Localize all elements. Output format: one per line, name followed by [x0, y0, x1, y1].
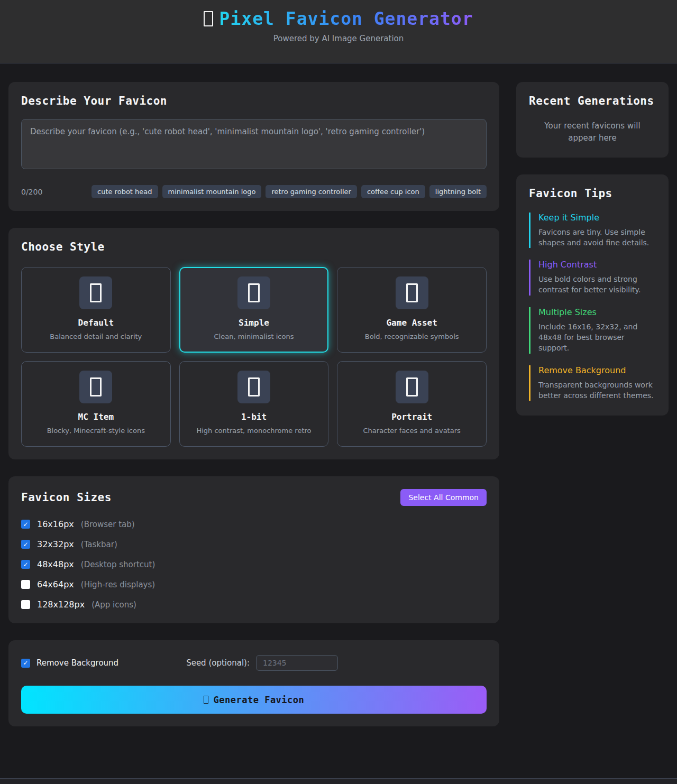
suggestion-chip[interactable]: coffee cup icon — [361, 185, 425, 198]
remove-background-label: Remove Background — [36, 658, 118, 668]
page-content: Describe Your Favicon 0/200 cute robot h… — [8, 63, 669, 743]
tip-title: Keep it Simple — [538, 213, 656, 223]
style-emoji-icon — [248, 377, 260, 397]
select-all-common-button[interactable]: Select All Common — [400, 489, 487, 506]
site-footer: Generated using AI • Made with ♥ for pix… — [0, 778, 677, 784]
size-description: (Browser tab) — [81, 520, 135, 529]
style-emoji-icon — [90, 283, 102, 303]
favicon-description-input[interactable] — [21, 119, 487, 169]
size-row-64x64[interactable]: 64x64px (High-res displays) — [21, 579, 487, 589]
size-label: 32x32px — [37, 539, 74, 549]
char-counter: 0/200 — [21, 188, 42, 196]
tip-remove-background: Remove Background Transparent background… — [529, 365, 656, 401]
lightning-emoji-icon — [204, 696, 208, 704]
style-icon-box — [79, 276, 112, 309]
size-list: 16x16px (Browser tab) 32x32px (Taskbar) … — [21, 519, 487, 610]
page-subtitle: Powered by AI Image Generation — [0, 34, 677, 43]
checkbox-128x128[interactable] — [21, 600, 30, 609]
suggestion-chip[interactable]: lightning bolt — [429, 185, 487, 198]
checkbox-16x16[interactable] — [21, 520, 30, 529]
favicon-tips-heading: Favicon Tips — [529, 187, 656, 200]
page-title-text: Pixel Favicon Generator — [219, 8, 473, 29]
checkbox-32x32[interactable] — [21, 540, 30, 549]
tip-keep-it-simple: Keep it Simple Favicons are tiny. Use si… — [529, 213, 656, 248]
favicon-tips-card: Favicon Tips Keep it Simple Favicons are… — [516, 174, 669, 416]
sizes-header-row: Favicon Sizes Select All Common — [21, 489, 487, 506]
style-description: Balanced detail and clarity — [28, 333, 164, 340]
tip-high-contrast: High Contrast Use bold colors and strong… — [529, 260, 656, 296]
style-name: Default — [28, 318, 164, 328]
size-description: (App icons) — [92, 600, 136, 610]
size-description: (Taskbar) — [81, 540, 117, 549]
style-description: Bold, recognizable symbols — [344, 333, 480, 340]
style-card-simple[interactable]: Simple Clean, minimalist icons — [179, 267, 329, 353]
checkbox-64x64[interactable] — [21, 580, 30, 589]
style-description: Character faces and avatars — [344, 427, 480, 435]
size-label: 128x128px — [37, 599, 85, 610]
page-title: Pixel Favicon Generator — [204, 8, 473, 29]
suggestion-chip[interactable]: retro gaming controller — [266, 185, 356, 198]
style-emoji-icon — [248, 283, 260, 303]
recent-empty-text: Your recent favicons will appear here — [529, 120, 656, 145]
size-description: (High-res displays) — [81, 580, 155, 589]
style-section: Choose Style Default Balanced detail and… — [8, 228, 499, 459]
style-card-portrait[interactable]: Portrait Character faces and avatars — [337, 361, 487, 447]
sizes-section: Favicon Sizes Select All Common 16x16px … — [8, 476, 499, 623]
tip-text: Favicons are tiny. Use simple shapes and… — [538, 227, 656, 248]
suggestion-chip[interactable]: cute robot head — [92, 185, 158, 198]
prompt-meta-row: 0/200 cute robot head minimalist mountai… — [21, 185, 487, 198]
style-grid: Default Balanced detail and clarity Simp… — [21, 267, 487, 447]
tip-multiple-sizes: Multiple Sizes Include 16x16, 32x32, and… — [529, 307, 656, 354]
size-label: 16x16px — [37, 519, 74, 529]
style-description: Clean, minimalist icons — [186, 333, 322, 340]
size-label: 48x48px — [37, 559, 74, 569]
size-label: 64x64px — [37, 579, 74, 589]
generate-options-row: Remove Background Seed (optional): — [21, 655, 487, 671]
style-heading: Choose Style — [21, 241, 487, 253]
style-name: Game Asset — [344, 318, 480, 328]
size-row-128x128[interactable]: 128x128px (App icons) — [21, 599, 487, 610]
style-name: 1-bit — [186, 412, 322, 422]
remove-background-checkbox[interactable] — [21, 659, 30, 668]
seed-input[interactable] — [256, 655, 338, 671]
style-card-default[interactable]: Default Balanced detail and clarity — [21, 267, 171, 353]
size-description: (Desktop shortcut) — [81, 560, 155, 569]
style-card-game-asset[interactable]: Game Asset Bold, recognizable symbols — [337, 267, 487, 353]
sidebar: Recent Generations Your recent favicons … — [516, 82, 669, 432]
main-column: Describe Your Favicon 0/200 cute robot h… — [8, 82, 499, 743]
suggestion-chips: cute robot head minimalist mountain logo… — [92, 185, 487, 198]
recent-generations-card: Recent Generations Your recent favicons … — [516, 82, 669, 158]
style-card-mc-item[interactable]: MC Item Blocky, Minecraft-style icons — [21, 361, 171, 447]
style-icon-box — [79, 371, 112, 403]
generate-favicon-button[interactable]: Generate Favicon — [21, 686, 487, 714]
describe-heading: Describe Your Favicon — [21, 95, 487, 107]
sizes-heading: Favicon Sizes — [21, 491, 112, 504]
tip-text: Use bold colors and strong contrast for … — [538, 274, 656, 296]
style-emoji-icon — [406, 377, 418, 397]
tip-title: High Contrast — [538, 260, 656, 270]
recent-generations-heading: Recent Generations — [529, 95, 656, 107]
describe-section: Describe Your Favicon 0/200 cute robot h… — [8, 82, 499, 211]
style-description: High contrast, monochrome retro — [186, 427, 322, 435]
size-row-32x32[interactable]: 32x32px (Taskbar) — [21, 539, 487, 549]
tip-text: Include 16x16, 32x32, and 48x48 for best… — [538, 321, 656, 354]
palette-emoji-icon — [204, 11, 213, 26]
tip-text: Transparent backgrounds work better acro… — [538, 380, 656, 401]
style-name: Portrait — [344, 412, 480, 422]
style-description: Blocky, Minecraft-style icons — [28, 427, 164, 435]
style-emoji-icon — [406, 283, 418, 303]
style-card-1bit[interactable]: 1-bit High contrast, monochrome retro — [179, 361, 329, 447]
style-icon-box — [237, 371, 270, 403]
size-row-48x48[interactable]: 48x48px (Desktop shortcut) — [21, 559, 487, 569]
tip-title: Multiple Sizes — [538, 307, 656, 317]
site-header: Pixel Favicon Generator Powered by AI Im… — [0, 0, 677, 63]
checkbox-48x48[interactable] — [21, 560, 30, 569]
tip-title: Remove Background — [538, 365, 656, 375]
style-emoji-icon — [90, 377, 102, 397]
suggestion-chip[interactable]: minimalist mountain logo — [162, 185, 262, 198]
seed-label: Seed (optional): — [186, 658, 250, 668]
style-name: MC Item — [28, 412, 164, 422]
remove-background-option[interactable]: Remove Background — [21, 658, 118, 668]
style-icon-box — [396, 276, 428, 309]
size-row-16x16[interactable]: 16x16px (Browser tab) — [21, 519, 487, 529]
